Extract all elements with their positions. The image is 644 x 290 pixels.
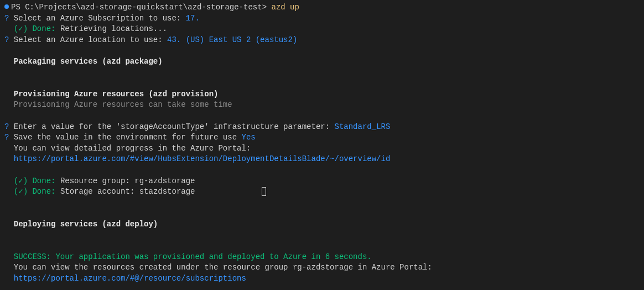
save-label: Save the value in the environment for fu… — [14, 133, 237, 142]
ps-prompt: PS C:\Projects\azd-storage-quickstart\az… — [11, 3, 267, 12]
done-text: Storage account: stazdstorage — [60, 187, 195, 196]
blank-line — [4, 208, 640, 219]
check-icon: (✓) — [14, 187, 28, 196]
portal-intro: You can view detailed progress in the Az… — [4, 143, 640, 154]
footer-text: You can view the resources created under… — [4, 262, 640, 273]
blank-line — [4, 230, 640, 241]
question-mark-icon: ? — [4, 35, 9, 44]
subscription-value: 17. — [186, 14, 200, 23]
provisioning-heading: Provisioning Azure resources (azd provis… — [4, 89, 640, 100]
location-line: ? Select an Azure location to use: 43. (… — [4, 35, 640, 46]
active-dot-icon — [4, 4, 9, 9]
subscription-line: ? Select an Azure Subscription to use: 1… — [4, 13, 640, 24]
provisioning-subtext: Provisioning Azure resources can take so… — [4, 100, 640, 111]
question-mark-icon: ? — [4, 14, 9, 23]
location-label: Select an Azure location to use: — [14, 35, 163, 44]
command-text: azd up — [271, 3, 299, 12]
deploying-heading: Deploying services (azd deploy) — [4, 219, 640, 230]
check-icon: (✓) — [14, 177, 28, 185]
param-value: Standard_LRS — [335, 122, 391, 131]
done-storage-line: (✓) Done: Storage account: stazdstorage — [4, 187, 640, 198]
done-text: Retrieving locations... — [60, 24, 167, 33]
footer-url[interactable]: https://portal.azure.com/#@/resource/sub… — [4, 273, 640, 284]
blank-line — [4, 111, 640, 122]
done-label: Done: — [32, 187, 55, 196]
done-label: Done: — [32, 24, 55, 33]
blank-line — [4, 198, 640, 209]
save-value: Yes — [241, 133, 255, 142]
location-value: 43. (US) East US 2 (eastus2) — [167, 35, 297, 44]
blank-line — [4, 45, 640, 56]
portal-url[interactable]: https://portal.azure.com/#view/HubsExten… — [4, 154, 640, 165]
check-icon: (✓) — [14, 24, 28, 33]
blank-line — [4, 165, 640, 176]
blank-line — [4, 241, 640, 252]
done-label: Done: — [32, 177, 55, 185]
cursor-icon — [262, 187, 266, 196]
done-rg-line: (✓) Done: Resource group: rg-azdstorage — [4, 176, 640, 187]
packaging-heading: Packaging services (azd package) — [4, 56, 640, 68]
param-line: ? Enter a value for the 'storageAccountT… — [4, 122, 640, 133]
success-line: SUCCESS: Your application was provisione… — [4, 252, 640, 263]
question-mark-icon: ? — [4, 133, 9, 142]
done-locations-line: (✓) Done: Retrieving locations... — [4, 24, 640, 35]
blank-line — [4, 78, 640, 89]
prompt-line[interactable]: PS C:\Projects\azd-storage-quickstart\az… — [4, 2, 640, 13]
done-text: Resource group: rg-azdstorage — [60, 177, 195, 185]
blank-line — [4, 68, 640, 79]
param-label: Enter a value for the 'storageAccountTyp… — [14, 122, 330, 131]
subscription-label: Select an Azure Subscription to use: — [14, 14, 181, 23]
question-mark-icon: ? — [4, 122, 9, 131]
save-line: ? Save the value in the environment for … — [4, 132, 640, 143]
